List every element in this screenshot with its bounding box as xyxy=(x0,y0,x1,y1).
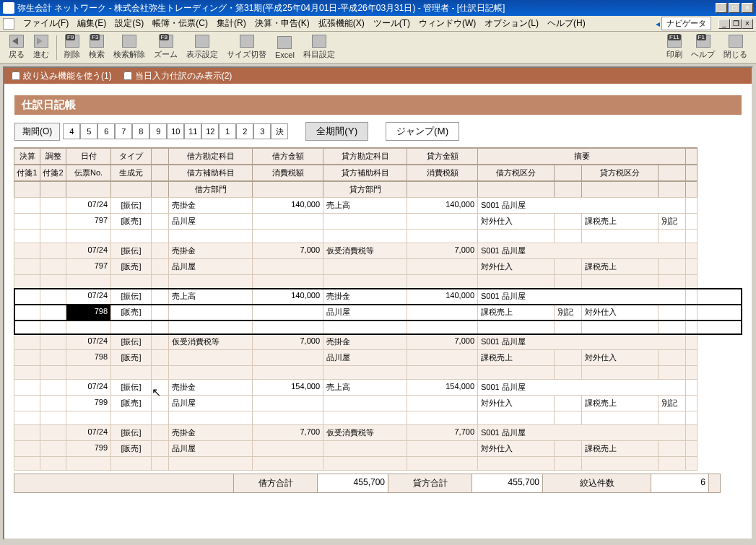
grid-cell[interactable]: 別記 xyxy=(658,395,686,411)
grid-cell[interactable]: 154,000 xyxy=(252,379,323,396)
journal-entry-row[interactable] xyxy=(14,230,742,243)
toolbar-excel-button[interactable]: Excel xyxy=(271,35,299,61)
grid-cell[interactable] xyxy=(323,395,407,411)
grid-cell[interactable] xyxy=(554,213,582,230)
grid-cell[interactable] xyxy=(168,349,253,366)
grid-cell[interactable]: 品川屋 xyxy=(168,258,253,275)
grid-cell[interactable]: [販売] xyxy=(110,440,152,457)
grid-cell[interactable]: 799 xyxy=(66,395,111,411)
column-header[interactable]: 日付 xyxy=(66,147,111,165)
column-header[interactable]: 調整 xyxy=(40,147,66,165)
journal-entry-row[interactable]: 07/24[振伝]売掛金7,700仮受消費税等7,700S001 品川屋 xyxy=(14,425,742,441)
grid-cell[interactable]: 売掛金 xyxy=(323,333,407,350)
menu-item[interactable]: 集計(R) xyxy=(212,17,251,30)
grid-cell[interactable] xyxy=(151,349,169,366)
column-header[interactable] xyxy=(66,180,111,198)
grid-cell[interactable]: S001 品川屋 xyxy=(477,288,686,305)
grid-cell[interactable] xyxy=(14,258,40,275)
grid-cell[interactable]: [振伝] xyxy=(110,288,152,305)
grid-cell[interactable] xyxy=(14,395,40,411)
grid-cell[interactable] xyxy=(151,424,169,441)
grid-cell[interactable]: S001 品川屋 xyxy=(477,197,686,214)
grid-cell[interactable] xyxy=(407,258,478,275)
grid-cell[interactable] xyxy=(151,197,169,214)
grid-cell[interactable]: 7,000 xyxy=(407,243,478,259)
grid-cell[interactable]: [販売] xyxy=(110,395,152,411)
column-header[interactable] xyxy=(581,180,659,198)
grid-cell[interactable]: 課税売上 xyxy=(581,213,659,230)
grid-cell[interactable] xyxy=(151,379,169,396)
toolbar-help-button[interactable]: F1ヘルプ xyxy=(687,33,719,61)
grid-cell[interactable] xyxy=(40,258,66,275)
grid-cell[interactable]: 売掛金 xyxy=(168,243,253,259)
grid-cell[interactable]: 対外仕入 xyxy=(581,349,659,366)
journal-entry-row[interactable]: 07/24[振伝]売掛金140,000売上高140,000S001 品川屋 xyxy=(14,198,742,214)
journal-entry-row[interactable] xyxy=(14,321,742,334)
journal-entry-row[interactable]: 799[販売]品川屋対外仕入課税売上別記 xyxy=(14,396,742,411)
grid-cell[interactable] xyxy=(252,349,323,366)
column-header[interactable]: 伝票No. xyxy=(66,164,111,181)
grid-cell[interactable] xyxy=(323,258,407,275)
grid-cell[interactable]: 798 xyxy=(66,304,111,321)
grid-cell[interactable] xyxy=(40,197,66,214)
grid-cell[interactable]: 課税売上 xyxy=(581,258,659,275)
grid-cell[interactable]: 07/24 xyxy=(66,243,111,259)
grid-cell[interactable]: 対外仕入 xyxy=(477,440,555,457)
column-header[interactable]: 借方部門 xyxy=(168,180,253,198)
grid-cell[interactable] xyxy=(554,395,582,411)
grid-cell[interactable]: 7,000 xyxy=(407,333,478,350)
grid-cell[interactable]: 対外仕入 xyxy=(581,304,659,321)
grid-cell[interactable]: 売掛金 xyxy=(168,379,253,396)
grid-cell[interactable] xyxy=(323,213,407,230)
menu-item[interactable]: 設定(S) xyxy=(110,17,148,30)
grid-cell[interactable]: 品川屋 xyxy=(323,304,407,321)
grid-cell[interactable] xyxy=(151,258,169,275)
grid-cell[interactable] xyxy=(151,440,169,457)
grid-cell[interactable]: 売上高 xyxy=(323,379,407,396)
menu-item[interactable]: ウィンドウ(W) xyxy=(414,17,480,30)
menu-item[interactable]: 拡張機能(X) xyxy=(314,17,369,30)
grid-cell[interactable]: 課税売上 xyxy=(477,349,555,366)
grid-cell[interactable]: 品川屋 xyxy=(168,213,253,230)
grid-cell[interactable]: 売掛金 xyxy=(168,197,253,214)
column-header[interactable]: 貸方勘定科目 xyxy=(323,147,407,165)
month-button-6[interactable]: 6 xyxy=(97,123,115,139)
grid-cell[interactable] xyxy=(323,440,407,457)
grid-cell[interactable]: 07/24 xyxy=(66,197,111,214)
month-button-4[interactable]: 4 xyxy=(63,123,80,139)
month-button-12[interactable]: 12 xyxy=(201,123,219,139)
grid-cell[interactable] xyxy=(685,213,698,230)
column-header[interactable] xyxy=(252,180,323,198)
window-minimize-button[interactable]: _ xyxy=(716,3,727,13)
grid-cell[interactable]: 797 xyxy=(66,258,111,275)
grid-cell[interactable]: [販売] xyxy=(110,258,152,275)
month-button-10[interactable]: 10 xyxy=(167,123,184,139)
toolbar-search-clear-button[interactable]: 検索解除 xyxy=(109,33,149,61)
grid-cell[interactable] xyxy=(554,440,582,457)
column-header[interactable]: 付箋2 xyxy=(40,164,66,181)
grid-cell[interactable] xyxy=(14,379,40,396)
toolbar-print-button[interactable]: F11印刷 xyxy=(662,33,687,61)
grid-cell[interactable] xyxy=(252,440,323,457)
toolbar-size-button[interactable]: サイズ切替 xyxy=(222,33,271,61)
grid-cell[interactable]: 07/24 xyxy=(66,288,111,305)
column-header[interactable]: 付箋1 xyxy=(14,164,40,181)
filter-checkbox[interactable]: 絞り込み機能を使う(1) xyxy=(12,70,112,82)
grid-cell[interactable] xyxy=(151,333,169,350)
column-header[interactable]: 貸方税区分 xyxy=(581,164,659,181)
grid-cell[interactable] xyxy=(40,243,66,259)
grid-cell[interactable] xyxy=(14,440,40,457)
grid-cell[interactable]: 7,000 xyxy=(252,333,323,350)
month-button-11[interactable]: 11 xyxy=(184,123,201,139)
column-header[interactable] xyxy=(685,164,698,181)
grid-cell[interactable] xyxy=(40,440,66,457)
journal-entry-row[interactable] xyxy=(14,366,742,380)
toolbar-display-button[interactable]: 表示設定 xyxy=(182,33,222,61)
grid-cell[interactable]: 別記 xyxy=(658,213,686,230)
grid-cell[interactable]: 売上高 xyxy=(168,288,253,305)
grid-cell[interactable] xyxy=(14,243,40,259)
column-header[interactable]: タイプ xyxy=(110,147,152,165)
grid-cell[interactable]: [振伝] xyxy=(110,197,152,214)
jump-button[interactable]: ジャンプ(M) xyxy=(386,122,459,141)
column-header[interactable] xyxy=(407,180,478,198)
